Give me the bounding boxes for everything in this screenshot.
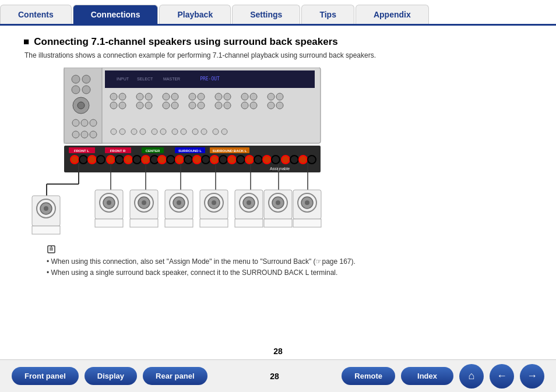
svg-point-82 (193, 156, 201, 164)
svg-point-91 (254, 156, 262, 164)
svg-text:FRONT R: FRONT R (110, 149, 126, 153)
svg-rect-156 (293, 219, 321, 227)
svg-point-54 (181, 129, 186, 135)
svg-point-136 (212, 200, 216, 205)
svg-point-37 (215, 102, 222, 109)
svg-rect-144 (235, 219, 263, 227)
front-panel-button[interactable]: Front panel (12, 367, 79, 385)
svg-point-20 (119, 93, 126, 100)
svg-point-41 (241, 102, 248, 109)
svg-point-94 (281, 156, 290, 164)
svg-point-76 (158, 156, 166, 164)
page-number-display: 28 (270, 372, 279, 381)
rear-panel-button[interactable]: Rear panel (143, 367, 207, 385)
svg-point-69 (115, 156, 124, 164)
svg-point-142 (247, 200, 251, 205)
svg-point-65 (97, 156, 105, 164)
svg-text:SURROUND L: SURROUND L (178, 149, 202, 153)
svg-point-28 (171, 93, 178, 100)
svg-point-46 (276, 102, 283, 109)
tab-settings[interactable]: Settings (232, 5, 300, 24)
svg-point-57 (213, 129, 219, 135)
svg-text:CENTER: CENTER (146, 149, 160, 153)
navigation-tabs: Contents Connections Playback Settings T… (0, 0, 556, 26)
svg-point-154 (305, 200, 309, 205)
bottom-nav-right: Remote Index ⌂ ← → (342, 364, 544, 389)
svg-point-68 (107, 156, 115, 164)
back-arrow-icon: ← (497, 370, 507, 382)
svg-point-97 (308, 156, 316, 164)
svg-point-3 (82, 75, 90, 83)
svg-point-9 (81, 119, 88, 126)
svg-point-81 (184, 156, 192, 164)
display-button[interactable]: Display (85, 367, 137, 385)
tab-contents[interactable]: Contents (0, 5, 72, 24)
svg-point-58 (221, 129, 227, 135)
back-button[interactable]: ← (490, 364, 514, 389)
svg-point-38 (224, 102, 231, 109)
svg-point-45 (268, 102, 275, 109)
svg-point-2 (72, 75, 80, 83)
note-1: • When using this connection, also set "… (47, 256, 509, 267)
svg-point-36 (224, 93, 231, 100)
svg-point-77 (167, 156, 175, 164)
svg-point-130 (177, 200, 181, 205)
home-button[interactable]: ⌂ (459, 364, 484, 389)
svg-point-7 (78, 102, 85, 109)
svg-point-23 (136, 93, 143, 100)
note-2: • When using a single surround back spea… (47, 267, 509, 278)
svg-point-12 (81, 131, 88, 138)
svg-point-92 (263, 156, 271, 164)
svg-point-34 (198, 102, 205, 109)
tab-connections[interactable]: Connections (73, 5, 159, 24)
svg-point-124 (142, 200, 146, 205)
notes-section: • When using this connection, also set "… (47, 245, 509, 278)
svg-point-112 (44, 206, 48, 211)
section-description: The illustrations shows a connection exa… (24, 51, 533, 59)
svg-point-56 (201, 129, 207, 135)
svg-point-63 (79, 156, 87, 164)
svg-rect-114 (32, 226, 60, 234)
svg-point-35 (215, 93, 222, 100)
main-content: Connecting 7.1-channel speakers using su… (0, 26, 556, 284)
svg-point-48 (119, 129, 125, 135)
svg-text:PRE-OUT: PRE-OUT (200, 76, 220, 82)
svg-point-148 (276, 200, 280, 205)
svg-rect-132 (165, 219, 193, 227)
svg-text:SELECT: SELECT (137, 77, 153, 81)
svg-point-52 (160, 129, 166, 135)
svg-point-74 (142, 156, 150, 164)
svg-point-5 (82, 86, 90, 94)
svg-rect-120 (95, 219, 123, 227)
svg-point-27 (163, 93, 170, 100)
svg-text:MASTER: MASTER (163, 77, 180, 81)
svg-point-87 (219, 156, 227, 164)
tab-appendix[interactable]: Appendix (356, 5, 429, 24)
remote-button[interactable]: Remote (342, 367, 395, 385)
svg-point-21 (110, 102, 117, 109)
note-icon (47, 245, 56, 254)
svg-point-4 (72, 86, 80, 94)
svg-point-160 (51, 246, 52, 248)
tab-tips[interactable]: Tips (301, 5, 354, 24)
svg-point-8 (72, 119, 79, 126)
svg-point-26 (145, 102, 152, 109)
svg-text:FRONT L: FRONT L (74, 149, 89, 153)
svg-text:INPUT: INPUT (117, 77, 129, 81)
svg-point-70 (124, 156, 132, 164)
svg-point-47 (111, 129, 117, 135)
svg-point-13 (90, 131, 97, 138)
svg-point-32 (198, 93, 205, 100)
svg-point-22 (119, 102, 126, 109)
svg-point-19 (110, 93, 117, 100)
index-button[interactable]: Index (401, 367, 453, 385)
svg-point-43 (268, 93, 275, 100)
svg-point-89 (237, 156, 245, 164)
forward-button[interactable]: → (520, 364, 544, 389)
svg-point-55 (192, 129, 198, 135)
svg-point-24 (145, 93, 152, 100)
svg-point-86 (210, 156, 219, 164)
svg-point-42 (250, 102, 257, 109)
page-number-center: 28 (270, 372, 279, 381)
tab-playback[interactable]: Playback (159, 5, 231, 24)
